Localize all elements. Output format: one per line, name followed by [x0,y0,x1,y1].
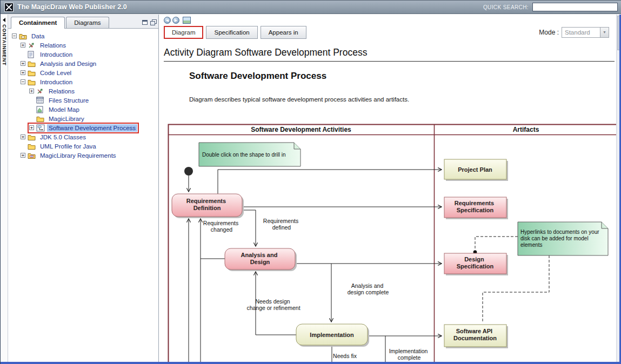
tree-item-uml-profile-for-java[interactable]: UML Profile for Java [11,141,158,151]
node-analysis-and-design[interactable]: Analysis and Design [225,248,297,271]
mode-value: Standard [562,29,600,36]
expand-icon[interactable]: + [29,125,34,130]
folder-data-icon [19,32,28,40]
folder-icon [28,133,36,141]
svg-text:Double click on the shape to: Double click on the shape to drill in [202,152,286,158]
folder-req-icon [28,152,36,159]
tree-item-label[interactable]: MagicLibrary [47,115,86,123]
tree-item-label[interactable]: Introduction [38,51,74,58]
containment-collapse-strip[interactable]: CONTAINMENT [1,15,8,362]
edge-requirements-defined [242,210,256,246]
sidebar-tab-containment[interactable]: Containment [11,17,65,29]
section-title: Software Development Process [189,71,326,82]
diagram-image-icon[interactable] [183,17,191,24]
collapse-icon[interactable]: − [12,33,17,38]
folder-icon [28,143,36,150]
label-analysis-complete: Analysis and design complete [348,282,389,295]
node-software-api-documentation[interactable]: Software API Documentation [444,325,508,348]
tree-item-jdk-5-0-classes[interactable]: +JDK 5.0 Classes [11,132,158,141]
tab-appears-in[interactable]: Appears in [261,26,306,39]
svg-text:Implementation: Implementation [310,332,354,338]
node-requirements-specification[interactable]: Requirements Specification [444,197,508,219]
chevron-down-icon[interactable]: ▼ [600,28,609,37]
content-tabs: DiagramSpecificationAppears in [164,26,306,39]
svg-text:Requirements Speci: Requirements Specification [455,200,496,213]
containment-panel: ContainmentDiagrams −Data+RelationsIntro… [8,15,159,362]
mode-label: Mode : [539,29,559,36]
note-hyperlinks: Hyperlinks to documents on your disk can… [518,222,608,255]
tree-item-label[interactable]: Model Map [47,106,81,113]
node-implementation[interactable]: Implementation [296,324,369,347]
document-icon [28,51,36,58]
expand-icon[interactable]: + [21,61,25,66]
label-needs-fix: Needs fix [333,353,357,359]
tab-diagram[interactable]: Diagram [164,26,203,39]
expand-icon[interactable]: + [21,43,25,48]
tree-item-label[interactable]: JDK 5.0 Classes [38,133,88,141]
node-requirements-definition[interactable]: Requirements Definition [172,194,244,218]
tree-item-model-map[interactable]: Model Map [11,105,158,114]
tree-item-analysis-and-design[interactable]: +Analysis and Design [11,59,158,68]
label-requirements-changed: Requirements changed [203,220,240,233]
label-requirements-defined: Requirements defined [263,218,300,231]
initial-node [184,167,193,176]
lane-header-activities: Software Development Activities [251,126,351,133]
relations-icon [28,42,36,49]
structure-icon [36,97,45,104]
expand-icon[interactable]: + [21,153,25,158]
content-area: ◀ ▶ DiagramSpecificationAppears in Mode … [159,15,621,362]
tree-item-label[interactable]: Files Structure [47,97,90,104]
map-icon [36,106,45,113]
note-drill-in: Double click on the shape to drill in [199,143,301,166]
diagram-description: Diagram describes typical software devel… [189,96,409,103]
float-panel-icon[interactable] [150,19,156,25]
label-implementation-complete: Implementation complete [389,348,430,361]
mode-group: Mode : Standard ▼ [539,27,609,38]
tree-item-code-level[interactable]: +Code Level [11,68,158,77]
tree-item-files-structure[interactable]: Files Structure [11,96,158,105]
tree-item-label[interactable]: Code Level [38,69,73,77]
expand-icon[interactable]: + [29,89,34,93]
node-design-specification[interactable]: Design Specification [444,253,508,275]
forward-button[interactable]: ▶ [172,17,179,24]
expander-spacer [29,107,34,112]
window-title: The MagicDraw Web Publisher 2.0 [17,3,127,11]
tree-item-relations[interactable]: +Relations [11,86,158,96]
tree-item-data[interactable]: −Data [11,31,158,41]
sidebar-tab-diagrams[interactable]: Diagrams [66,17,109,28]
collapse-left-icon[interactable] [3,18,5,22]
anchor-note-to-design-spec [475,237,518,251]
tab-specification[interactable]: Specification [206,26,257,39]
svg-text:Project Plan: Project Plan [458,166,492,173]
collapse-icon[interactable]: − [21,79,25,84]
tree-item-label[interactable]: Analysis and Design [38,60,98,68]
dock-panel-icon[interactable] [142,20,148,25]
diagram-canvas: Software Development Activities Artifact… [168,124,618,362]
folder-icon [28,78,36,86]
tree-item-label[interactable]: Data [30,32,46,40]
mode-dropdown[interactable]: Standard ▼ [562,27,609,38]
title-rule [164,61,615,62]
tree-item-label[interactable]: Relations [38,42,68,49]
edge-to-project-plan [218,170,442,194]
expand-icon[interactable]: + [21,134,25,139]
process-icon [36,124,45,132]
tree-item-label[interactable]: Introduction [38,78,74,86]
quick-search-label: QUICK SEARCH: [483,4,529,10]
tree-item-software-development-process[interactable]: +Software Development Process [11,123,158,132]
tree-item-label[interactable]: Software Development Process [47,124,137,132]
tree-item-magiclibrary-requirements[interactable]: +MagicLibrary Requirements [11,151,158,160]
folder-icon [36,115,45,123]
node-project-plan[interactable]: Project Plan [444,159,508,181]
tree-item-magiclibrary[interactable]: MagicLibrary [11,114,158,123]
tree-item-relations[interactable]: +Relations [11,41,158,50]
tree-item-introduction[interactable]: Introduction [11,50,158,59]
quick-search-input[interactable] [532,3,618,11]
tree-item-label[interactable]: UML Profile for Java [38,143,98,150]
expand-icon[interactable]: + [21,70,25,75]
containment-strip-label: CONTAINMENT [2,24,7,66]
tree-item-label[interactable]: Relations [47,87,76,95]
back-button[interactable]: ◀ [164,17,171,24]
tree-item-introduction[interactable]: −Introduction [11,77,158,86]
tree-item-label[interactable]: MagicLibrary Requirements [38,152,118,159]
